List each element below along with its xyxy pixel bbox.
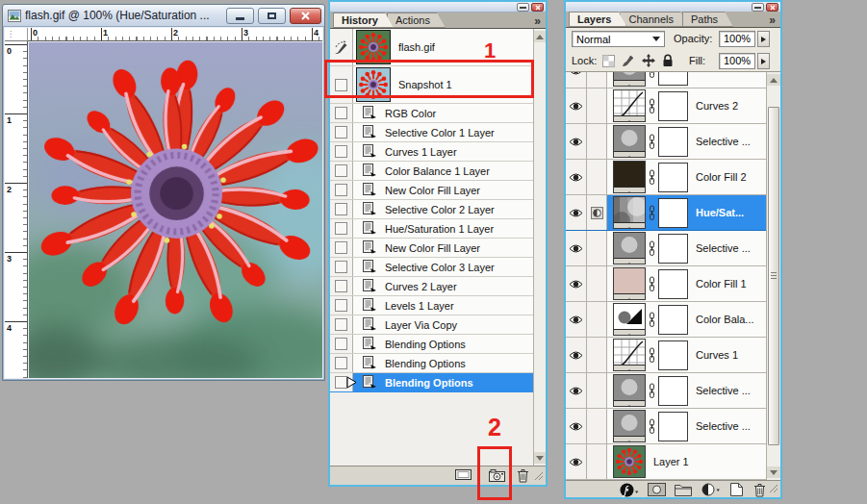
layer-thumbnail[interactable]	[613, 125, 646, 158]
palette-minimize-button[interactable]	[752, 3, 764, 12]
layer-name[interactable]: Color Fill 1	[688, 278, 747, 290]
delete-layer-button[interactable]	[753, 483, 766, 497]
layer-name[interactable]: Color Bala...	[688, 314, 754, 325]
layer-mask-thumbnail[interactable]	[658, 127, 688, 157]
layers-palette-tab-paths[interactable]: Paths	[682, 12, 733, 27]
layer-thumbnail[interactable]	[613, 445, 646, 478]
layer-thumbnail[interactable]	[613, 196, 646, 229]
layer-style-button[interactable]	[620, 483, 639, 497]
history-position-marker[interactable]	[346, 376, 357, 389]
layers-scrollbar[interactable]	[766, 72, 780, 480]
link-cell[interactable]	[587, 160, 607, 194]
visibility-toggle[interactable]	[566, 231, 587, 265]
close-button[interactable]	[290, 8, 321, 24]
source-checkbox[interactable]	[335, 261, 347, 273]
history-state-row[interactable]: Color Balance 1 Layer	[330, 162, 533, 181]
scroll-down-button[interactable]	[767, 466, 780, 478]
scroll-up-button[interactable]	[767, 74, 780, 86]
layer-mask-thumbnail[interactable]	[658, 72, 688, 86]
layer-thumbnail[interactable]	[613, 72, 646, 87]
history-state-row[interactable]: Selective Color 2 Layer	[330, 200, 533, 219]
fill-slider-button[interactable]	[757, 53, 770, 69]
history-state-row[interactable]: Blending Options	[330, 335, 533, 354]
visibility-toggle[interactable]	[566, 124, 587, 159]
history-palette-titlebar[interactable]	[330, 2, 546, 13]
layer-thumbnail[interactable]	[613, 303, 646, 336]
history-state-row[interactable]: Curves 2 Layer	[330, 277, 533, 296]
visibility-toggle[interactable]	[566, 444, 587, 479]
layers-palette-tab-layers[interactable]: Layers	[569, 12, 626, 27]
layer-thumbnail[interactable]	[613, 232, 646, 265]
layer-row[interactable]: Color Fill 2	[566, 160, 766, 195]
opacity-value[interactable]: 100%	[719, 31, 755, 47]
source-checkbox[interactable]	[335, 299, 347, 312]
layer-mask-thumbnail[interactable]	[658, 412, 688, 441]
link-cell[interactable]	[587, 195, 607, 230]
scroll-down-button[interactable]	[534, 452, 546, 464]
layer-mask-thumbnail[interactable]	[658, 269, 688, 299]
layer-name[interactable]: Selective ...	[688, 242, 751, 254]
history-source-cell[interactable]	[330, 200, 353, 218]
layer-thumbnail[interactable]	[613, 89, 646, 122]
source-checkbox[interactable]	[335, 145, 347, 158]
layer-name[interactable]: Curves 2	[688, 100, 738, 112]
source-checkbox[interactable]	[335, 318, 347, 331]
layer-name[interactable]: Selective ...	[688, 385, 751, 396]
link-cell[interactable]	[587, 88, 607, 123]
palette-minimize-button[interactable]	[517, 3, 529, 12]
layer-mask-thumbnail[interactable]	[658, 163, 688, 192]
minimize-button[interactable]	[226, 8, 254, 24]
history-source-cell[interactable]	[330, 258, 353, 276]
history-state-row[interactable]: Selective Color 3 Layer	[330, 258, 533, 277]
image-window-titlebar[interactable]: flash.gif @ 100% (Hue/Saturation ...	[3, 5, 324, 27]
history-palette-tab-actions[interactable]: Actions	[387, 13, 446, 28]
source-checkbox[interactable]	[335, 357, 347, 369]
history-state-row[interactable]: Levels 1 Layer	[330, 296, 533, 315]
source-checkbox[interactable]	[335, 184, 347, 196]
visibility-toggle[interactable]	[566, 88, 587, 123]
source-checkbox[interactable]	[335, 107, 347, 119]
history-source-cell[interactable]	[330, 296, 353, 315]
history-source-cell[interactable]	[330, 181, 353, 199]
source-checkbox[interactable]	[335, 126, 347, 139]
add-layer-mask-button[interactable]	[648, 483, 666, 496]
link-cell[interactable]	[587, 409, 607, 443]
layer-row[interactable]: Curves 1	[566, 338, 766, 373]
lock-all-icon[interactable]	[662, 54, 674, 69]
layer-row[interactable]: Color Fill 1	[566, 266, 766, 302]
link-cell[interactable]	[587, 124, 607, 159]
history-state-row[interactable]: Blending Options	[330, 373, 533, 392]
source-checkbox[interactable]	[335, 338, 347, 350]
layer-name[interactable]: Curves 1	[688, 349, 738, 361]
visibility-toggle[interactable]	[566, 338, 587, 372]
source-checkbox[interactable]	[335, 164, 347, 177]
link-cell[interactable]	[587, 231, 607, 265]
visibility-toggle[interactable]	[566, 409, 587, 443]
visibility-toggle[interactable]	[566, 373, 587, 408]
layer-row[interactable]: Selective ...	[566, 231, 766, 266]
layer-row[interactable]	[566, 72, 766, 88]
layer-row[interactable]: Selective ...	[566, 409, 766, 444]
layer-thumbnail[interactable]	[613, 339, 646, 371]
link-cell[interactable]	[587, 266, 607, 301]
link-cell[interactable]	[587, 373, 607, 408]
link-cell[interactable]	[587, 302, 607, 337]
layer-name[interactable]: Selective ...	[688, 420, 751, 432]
lock-paint-icon[interactable]	[622, 54, 635, 69]
history-state-row[interactable]: Layer Via Copy	[330, 315, 533, 335]
history-source-cell[interactable]	[330, 162, 353, 180]
layer-thumbnail[interactable]	[613, 410, 646, 442]
layer-row[interactable]: Curves 2	[566, 88, 766, 124]
layer-thumbnail[interactable]	[613, 267, 646, 300]
layer-name[interactable]: Color Fill 2	[688, 171, 747, 183]
history-state-row[interactable]: New Color Fill Layer	[330, 181, 533, 200]
restore-button[interactable]	[258, 8, 286, 24]
layer-mask-thumbnail[interactable]	[658, 234, 688, 264]
layer-mask-thumbnail[interactable]	[658, 376, 688, 406]
history-source-cell[interactable]	[330, 354, 353, 372]
resize-grip-icon[interactable]	[769, 484, 778, 495]
source-checkbox[interactable]	[335, 241, 347, 254]
opacity-slider-button[interactable]	[757, 31, 770, 47]
layer-row[interactable]: Selective ...	[566, 124, 766, 160]
history-state-row[interactable]: RGB Color	[330, 104, 533, 123]
